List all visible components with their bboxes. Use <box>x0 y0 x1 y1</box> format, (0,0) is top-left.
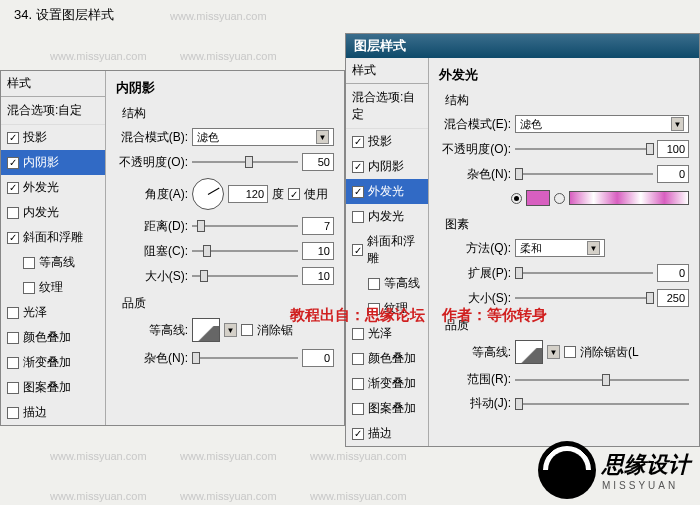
style-item-斜面和浮雕[interactable]: 斜面和浮雕 <box>346 229 428 271</box>
style-item-外发光[interactable]: 外发光 <box>1 175 105 200</box>
style-checkbox[interactable] <box>7 332 19 344</box>
size-slider[interactable] <box>515 291 653 305</box>
noise-input[interactable] <box>302 349 334 367</box>
blend-mode-dropdown[interactable]: 滤色▼ <box>192 128 334 146</box>
style-checkbox[interactable] <box>352 244 363 256</box>
color-swatch[interactable] <box>526 190 550 206</box>
color-radio[interactable] <box>511 193 522 204</box>
style-checkbox[interactable] <box>352 378 364 390</box>
style-checkbox[interactable] <box>352 328 364 340</box>
style-checkbox[interactable] <box>352 353 364 365</box>
choke-slider[interactable] <box>192 244 298 258</box>
style-item-纹理[interactable]: 纹理 <box>1 275 105 300</box>
style-list: 样式 混合选项:自定 投影内阴影外发光内发光斜面和浮雕等高线纹理光泽颜色叠加渐变… <box>346 58 429 446</box>
style-checkbox[interactable] <box>7 207 19 219</box>
style-checkbox[interactable] <box>352 403 364 415</box>
chevron-down-icon: ▼ <box>671 117 684 131</box>
style-item-颜色叠加[interactable]: 颜色叠加 <box>1 325 105 350</box>
distance-slider[interactable] <box>192 219 298 233</box>
noise-input[interactable] <box>657 165 689 183</box>
style-item-图案叠加[interactable]: 图案叠加 <box>346 396 428 421</box>
style-item-渐变叠加[interactable]: 渐变叠加 <box>1 350 105 375</box>
style-item-描边[interactable]: 描边 <box>346 421 428 446</box>
spread-label: 扩展(P): <box>439 265 511 282</box>
style-item-光泽[interactable]: 光泽 <box>1 300 105 325</box>
style-checkbox[interactable] <box>7 132 19 144</box>
style-label: 斜面和浮雕 <box>23 229 83 246</box>
style-item-斜面和浮雕[interactable]: 斜面和浮雕 <box>1 225 105 250</box>
style-item-内阴影[interactable]: 内阴影 <box>346 154 428 179</box>
watermark: www.missyuan.com <box>180 490 277 502</box>
style-checkbox[interactable] <box>23 282 35 294</box>
dialog-titlebar[interactable]: 图层样式 <box>346 34 699 58</box>
logo-text: 思缘设计 <box>602 450 690 480</box>
watermark: www.missyuan.com <box>180 50 277 62</box>
style-checkbox[interactable] <box>352 211 364 223</box>
angle-input[interactable] <box>228 185 268 203</box>
style-item-内阴影[interactable]: 内阴影 <box>1 150 105 175</box>
antialias-checkbox[interactable] <box>564 346 576 358</box>
noise-slider[interactable] <box>192 351 298 365</box>
jitter-slider[interactable] <box>515 397 689 411</box>
style-label: 外发光 <box>23 179 59 196</box>
choke-input[interactable] <box>302 242 334 260</box>
spread-input[interactable] <box>657 264 689 282</box>
style-item-内发光[interactable]: 内发光 <box>1 200 105 225</box>
technique-dropdown[interactable]: 柔和▼ <box>515 239 605 257</box>
style-checkbox[interactable] <box>368 278 380 290</box>
style-checkbox[interactable] <box>7 407 19 419</box>
style-item-图案叠加[interactable]: 图案叠加 <box>1 375 105 400</box>
style-item-内发光[interactable]: 内发光 <box>346 204 428 229</box>
chevron-down-icon[interactable]: ▼ <box>547 345 560 359</box>
style-item-投影[interactable]: 投影 <box>1 125 105 150</box>
style-label: 渐变叠加 <box>23 354 71 371</box>
blending-options[interactable]: 混合选项:自定 <box>1 97 105 125</box>
style-item-等高线[interactable]: 等高线 <box>346 271 428 296</box>
style-item-颜色叠加[interactable]: 颜色叠加 <box>346 346 428 371</box>
size-input[interactable] <box>302 267 334 285</box>
contour-picker[interactable] <box>192 318 220 342</box>
chevron-down-icon[interactable]: ▼ <box>224 323 237 337</box>
angle-dial[interactable] <box>192 178 224 210</box>
style-checkbox[interactable] <box>352 161 364 173</box>
style-checkbox[interactable] <box>352 186 364 198</box>
gradient-picker[interactable] <box>569 191 689 205</box>
antialias-checkbox[interactable] <box>241 324 253 336</box>
technique-label: 方法(Q): <box>439 240 511 257</box>
style-item-投影[interactable]: 投影 <box>346 129 428 154</box>
style-checkbox[interactable] <box>7 182 19 194</box>
opacity-slider[interactable] <box>192 155 298 169</box>
range-slider[interactable] <box>515 373 689 387</box>
noise-slider[interactable] <box>515 167 653 181</box>
style-checkbox[interactable] <box>7 357 19 369</box>
opacity-input[interactable] <box>657 140 689 158</box>
chevron-down-icon: ▼ <box>587 241 600 255</box>
style-checkbox[interactable] <box>7 157 19 169</box>
spread-slider[interactable] <box>515 266 653 280</box>
blend-mode-dropdown[interactable]: 滤色▼ <box>515 115 689 133</box>
style-checkbox[interactable] <box>7 307 19 319</box>
size-slider[interactable] <box>192 269 298 283</box>
style-item-等高线[interactable]: 等高线 <box>1 250 105 275</box>
style-item-渐变叠加[interactable]: 渐变叠加 <box>346 371 428 396</box>
size-label: 大小(S): <box>116 268 188 285</box>
style-checkbox[interactable] <box>352 136 364 148</box>
contour-picker[interactable] <box>515 340 543 364</box>
distance-input[interactable] <box>302 217 334 235</box>
style-list: 样式 混合选项:自定 投影内阴影外发光内发光斜面和浮雕等高线纹理光泽颜色叠加渐变… <box>1 71 106 425</box>
opacity-slider[interactable] <box>515 142 653 156</box>
size-label: 大小(S): <box>439 290 511 307</box>
style-item-描边[interactable]: 描边 <box>1 400 105 425</box>
use-global-light-checkbox[interactable] <box>288 188 300 200</box>
range-label: 范围(R): <box>439 371 511 388</box>
style-checkbox[interactable] <box>352 428 364 440</box>
style-checkbox[interactable] <box>7 232 19 244</box>
size-input[interactable] <box>657 289 689 307</box>
gradient-radio[interactable] <box>554 193 565 204</box>
style-checkbox[interactable] <box>7 382 19 394</box>
opacity-input[interactable] <box>302 153 334 171</box>
style-item-外发光[interactable]: 外发光 <box>346 179 428 204</box>
noise-label: 杂色(N): <box>116 350 188 367</box>
blending-options[interactable]: 混合选项:自定 <box>346 84 428 129</box>
style-checkbox[interactable] <box>23 257 35 269</box>
